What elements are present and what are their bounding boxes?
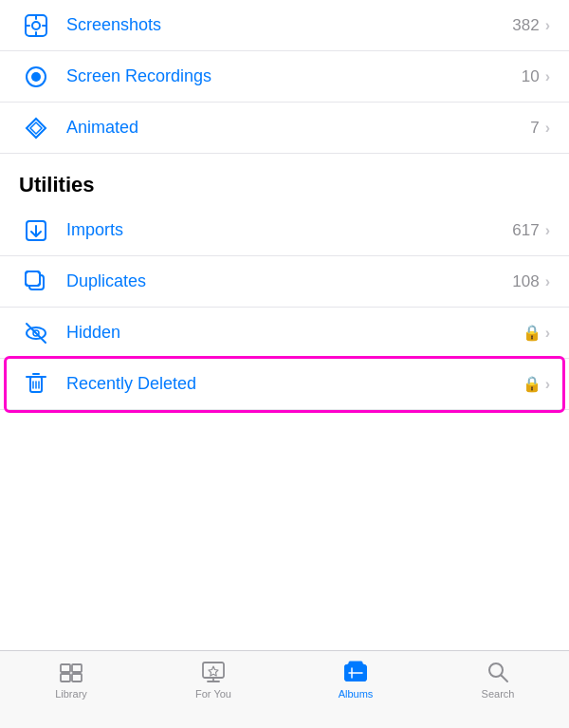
duplicates-icon xyxy=(19,270,53,294)
animated-count: 7 xyxy=(530,119,539,138)
hidden-lock-icon: 🔒 xyxy=(523,324,541,342)
duplicates-count: 108 xyxy=(512,272,539,291)
imports-icon xyxy=(19,218,53,243)
for-you-icon xyxy=(200,659,227,685)
utilities-section-header: Utilities xyxy=(0,154,569,205)
screenshots-icon xyxy=(19,13,53,38)
albums-tab-label: Albums xyxy=(339,688,374,700)
svg-point-1 xyxy=(32,22,40,29)
tab-bar: Library For You Albums xyxy=(0,650,569,728)
screen-recordings-icon xyxy=(19,65,53,89)
utilities-title: Utilities xyxy=(19,173,94,196)
screen-recordings-item[interactable]: Screen Recordings 10 › xyxy=(0,51,569,103)
duplicates-label: Duplicates xyxy=(66,271,512,291)
recently-deleted-item[interactable]: Recently Deleted 🔒 › xyxy=(0,359,569,410)
screen-recordings-chevron: › xyxy=(545,68,550,85)
imports-chevron: › xyxy=(545,222,550,239)
media-types-list: Screenshots 382 › Screen Recordings 10 › xyxy=(0,0,569,154)
search-tab-icon xyxy=(485,659,511,685)
animated-label: Animated xyxy=(66,118,530,138)
svg-rect-13 xyxy=(26,271,40,286)
tab-search[interactable]: Search xyxy=(427,659,569,700)
screenshots-item[interactable]: Screenshots 382 › xyxy=(0,0,569,51)
search-tab-label: Search xyxy=(482,688,515,700)
hidden-chevron: › xyxy=(545,325,550,342)
utilities-list: Imports 617 › Duplicates 108 › xyxy=(0,205,569,410)
screenshots-count: 382 xyxy=(512,16,539,35)
animated-item[interactable]: Animated 7 › xyxy=(0,103,569,154)
svg-line-40 xyxy=(502,676,508,682)
library-tab-label: Library xyxy=(55,688,87,700)
recently-deleted-icon xyxy=(19,372,53,397)
library-icon xyxy=(58,659,84,685)
animated-icon xyxy=(19,116,53,140)
tab-albums[interactable]: Albums xyxy=(284,659,427,700)
svg-rect-25 xyxy=(72,664,82,672)
screenshots-label: Screenshots xyxy=(66,15,512,35)
recently-deleted-label: Recently Deleted xyxy=(66,374,523,394)
main-content: Screenshots 382 › Screen Recordings 10 › xyxy=(0,0,569,486)
tab-library[interactable]: Library xyxy=(0,659,142,700)
screenshots-chevron: › xyxy=(545,17,550,34)
imports-count: 617 xyxy=(512,221,539,240)
screen-recordings-count: 10 xyxy=(522,67,540,86)
for-you-tab-label: For You xyxy=(195,688,231,700)
svg-rect-24 xyxy=(61,664,70,672)
hidden-item[interactable]: Hidden 🔒 › xyxy=(0,308,569,359)
recently-deleted-wrapper: Recently Deleted 🔒 › xyxy=(0,359,569,410)
svg-rect-27 xyxy=(72,674,82,681)
duplicates-chevron: › xyxy=(545,273,550,290)
svg-rect-26 xyxy=(61,674,70,681)
albums-icon xyxy=(342,659,369,685)
tab-for-you[interactable]: For You xyxy=(142,659,284,700)
svg-rect-28 xyxy=(203,663,224,678)
animated-chevron: › xyxy=(545,120,550,137)
svg-marker-9 xyxy=(30,122,42,134)
hidden-label: Hidden xyxy=(66,323,523,343)
imports-label: Imports xyxy=(66,220,512,240)
hidden-icon xyxy=(19,321,53,345)
imports-item[interactable]: Imports 617 › xyxy=(0,205,569,256)
svg-point-7 xyxy=(31,72,41,82)
recently-deleted-lock-icon: 🔒 xyxy=(523,375,541,393)
recently-deleted-chevron: › xyxy=(545,376,550,393)
screen-recordings-label: Screen Recordings xyxy=(66,66,522,86)
duplicates-item[interactable]: Duplicates 108 › xyxy=(0,256,569,308)
